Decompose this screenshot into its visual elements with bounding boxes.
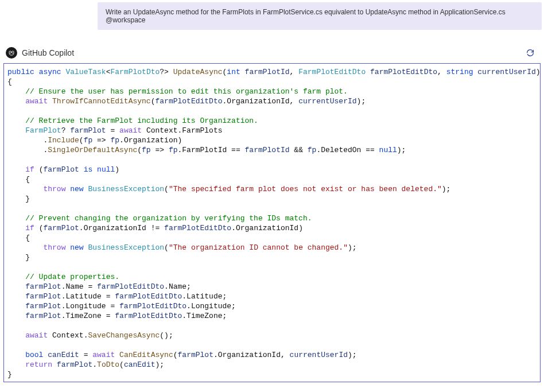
prompt-text: Write an UpdateAsync method for the Farm… [106, 8, 506, 24]
copilot-icon [6, 47, 17, 59]
code-block[interactable]: public async ValueTask<FarmPlotDto?> Upd… [3, 63, 541, 382]
svg-point-1 [11, 51, 14, 53]
chat-sender-name: GitHub Copilot [22, 48, 74, 57]
svg-point-0 [9, 51, 11, 53]
user-prompt: Write an UpdateAsync method for the Farm… [98, 2, 542, 30]
code-content: public async ValueTask<FarmPlotDto?> Upd… [4, 66, 540, 382]
code-scroll[interactable]: public async ValueTask<FarmPlotDto?> Upd… [4, 66, 540, 382]
chat-response: GitHub Copilot public async ValueTask<Fa… [2, 46, 542, 382]
regenerate-button[interactable] [522, 47, 538, 59]
chat-header: GitHub Copilot [2, 46, 542, 63]
